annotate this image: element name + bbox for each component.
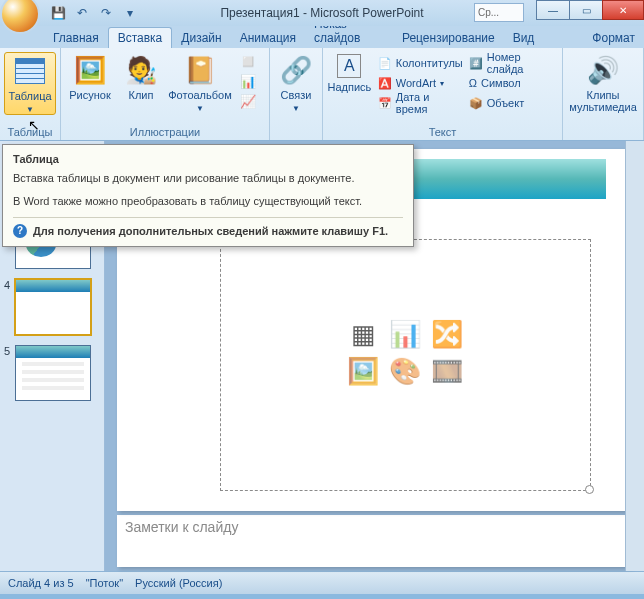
notes-pane[interactable]: Заметки к слайду bbox=[117, 515, 632, 567]
link-icon: 🔗 bbox=[280, 54, 312, 86]
status-bar: Слайд 4 из 5 "Поток" Русский (Россия) bbox=[0, 571, 644, 594]
quick-access-toolbar: 💾 ↶ ↷ ▾ bbox=[48, 3, 140, 23]
undo-icon[interactable]: ↶ bbox=[72, 3, 92, 23]
maximize-button[interactable]: ▭ bbox=[569, 0, 603, 20]
help-icon: ? bbox=[13, 224, 27, 238]
ribbon: Таблица ▼ Таблицы 🖼️ Рисунок 🧑‍🎨 Клип 📔 … bbox=[0, 48, 644, 141]
tooltip-help: ? Для получения дополнительных сведений … bbox=[13, 224, 403, 238]
insert-table-icon[interactable]: ▦ bbox=[345, 319, 381, 350]
tooltip-line2: В Word также можно преобразовать в табли… bbox=[13, 194, 403, 209]
header-footer-icon: 📄 bbox=[378, 57, 392, 70]
table-button-label: Таблица bbox=[8, 90, 51, 102]
clipart-icon: 🧑‍🎨 bbox=[125, 54, 157, 86]
picture-button[interactable]: 🖼️ Рисунок bbox=[65, 52, 115, 101]
group-tables: Таблица ▼ Таблицы bbox=[0, 48, 61, 140]
photo-album-button[interactable]: 📔 Фотоальбом ▼ bbox=[167, 52, 233, 113]
slide-number-button[interactable]: #️⃣Номер слайда bbox=[469, 54, 558, 72]
tab-insert[interactable]: Вставка bbox=[108, 27, 173, 48]
picture-icon: 🖼️ bbox=[74, 54, 106, 86]
datetime-icon: 📅 bbox=[378, 97, 392, 110]
insert-chart-icon[interactable]: 📊 bbox=[387, 319, 423, 350]
text-items-col1: 📄Колонтитулы 🅰️WordArt▾ 📅Дата и время bbox=[378, 52, 463, 112]
shapes-icon[interactable]: ◻️ bbox=[239, 52, 257, 70]
qat-more-icon[interactable]: ▾ bbox=[120, 3, 140, 23]
insert-clipart-icon[interactable]: 🎨 bbox=[387, 356, 423, 387]
close-button[interactable]: ✕ bbox=[602, 0, 644, 20]
chart-icon[interactable]: 📈 bbox=[239, 92, 257, 110]
ribbon-tabs: Главная Вставка Дизайн Анимация Показ сл… bbox=[0, 26, 644, 48]
tab-animation[interactable]: Анимация bbox=[231, 28, 305, 48]
tab-review[interactable]: Рецензирование bbox=[393, 28, 504, 48]
group-tables-label: Таблицы bbox=[4, 125, 56, 140]
header-footer-button[interactable]: 📄Колонтитулы bbox=[378, 54, 463, 72]
smartart-icon[interactable]: 📊 bbox=[239, 72, 257, 90]
slide-number-icon: #️⃣ bbox=[469, 57, 483, 70]
redo-icon[interactable]: ↷ bbox=[96, 3, 116, 23]
tooltip-title: Таблица bbox=[13, 153, 403, 165]
symbol-button[interactable]: ΩСимвол bbox=[469, 74, 558, 92]
symbol-icon: Ω bbox=[469, 77, 477, 89]
illus-small-buttons: ◻️ 📊 📈 bbox=[239, 52, 257, 110]
tab-design[interactable]: Дизайн bbox=[172, 28, 230, 48]
tab-home[interactable]: Главная bbox=[44, 28, 108, 48]
tooltip-help-text: Для получения дополнительных сведений на… bbox=[33, 225, 388, 237]
status-theme: "Поток" bbox=[86, 577, 123, 589]
placeholder-icons: ▦ 📊 🔀 🖼️ 🎨 🎞️ bbox=[345, 319, 465, 387]
insert-smartart-icon[interactable]: 🔀 bbox=[429, 319, 465, 350]
tab-view[interactable]: Вид bbox=[504, 28, 544, 48]
table-button[interactable]: Таблица ▼ bbox=[4, 52, 56, 115]
clipart-button[interactable]: 🧑‍🎨 Клип bbox=[121, 52, 161, 101]
vertical-scrollbar[interactable] bbox=[625, 141, 644, 571]
chevron-down-icon: ▼ bbox=[292, 104, 300, 113]
photo-album-icon: 📔 bbox=[184, 54, 216, 86]
title-bar: 💾 ↶ ↷ ▾ Презентация1 - Microsoft PowerPo… bbox=[0, 0, 644, 26]
status-slide-count: Слайд 4 из 5 bbox=[8, 577, 74, 589]
media-clips-button[interactable]: 🔊 Клипы мультимедиа bbox=[567, 52, 639, 113]
group-text: A Надпись 📄Колонтитулы 🅰️WordArt▾ 📅Дата … bbox=[323, 48, 563, 140]
group-illustrations-label: Иллюстрации bbox=[65, 125, 265, 140]
group-text-label: Текст bbox=[327, 125, 558, 140]
chevron-down-icon: ▼ bbox=[196, 104, 204, 113]
links-button[interactable]: 🔗 Связи ▼ bbox=[274, 52, 318, 113]
save-icon[interactable]: 💾 bbox=[48, 3, 68, 23]
insert-picture-icon[interactable]: 🖼️ bbox=[345, 356, 381, 387]
content-placeholder[interactable]: ▦ 📊 🔀 🖼️ 🎨 🎞️ bbox=[220, 239, 591, 491]
window-controls: — ▭ ✕ bbox=[537, 0, 644, 20]
group-media: 🔊 Клипы мультимедиа bbox=[563, 48, 644, 140]
datetime-button[interactable]: 📅Дата и время bbox=[378, 94, 463, 112]
tooltip-line1: Вставка таблицы в документ или рисование… bbox=[13, 171, 403, 186]
text-items-col2: #️⃣Номер слайда ΩСимвол 📦Объект bbox=[469, 52, 558, 112]
wordart-icon: 🅰️ bbox=[378, 77, 392, 90]
textbox-icon: A bbox=[337, 54, 361, 78]
insert-media-icon[interactable]: 🎞️ bbox=[429, 356, 465, 387]
chevron-down-icon: ▼ bbox=[26, 105, 34, 114]
tab-format[interactable]: Формат bbox=[583, 28, 644, 48]
thumbnail-5[interactable]: 5 bbox=[4, 345, 100, 401]
help-search-input[interactable]: Ср... bbox=[474, 3, 524, 22]
table-icon bbox=[14, 55, 46, 87]
table-tooltip: Таблица Вставка таблицы в документ или р… bbox=[2, 144, 414, 247]
textbox-button[interactable]: A Надпись bbox=[327, 52, 372, 93]
group-links: 🔗 Связи ▼ bbox=[270, 48, 323, 140]
thumbnail-4[interactable]: 4 bbox=[4, 279, 100, 335]
speaker-icon: 🔊 bbox=[587, 54, 619, 86]
wordart-button[interactable]: 🅰️WordArt▾ bbox=[378, 74, 463, 92]
object-icon: 📦 bbox=[469, 97, 483, 110]
minimize-button[interactable]: — bbox=[536, 0, 570, 20]
object-button[interactable]: 📦Объект bbox=[469, 94, 558, 112]
group-illustrations: 🖼️ Рисунок 🧑‍🎨 Клип 📔 Фотоальбом ▼ ◻️ 📊 … bbox=[61, 48, 270, 140]
status-language[interactable]: Русский (Россия) bbox=[135, 577, 222, 589]
